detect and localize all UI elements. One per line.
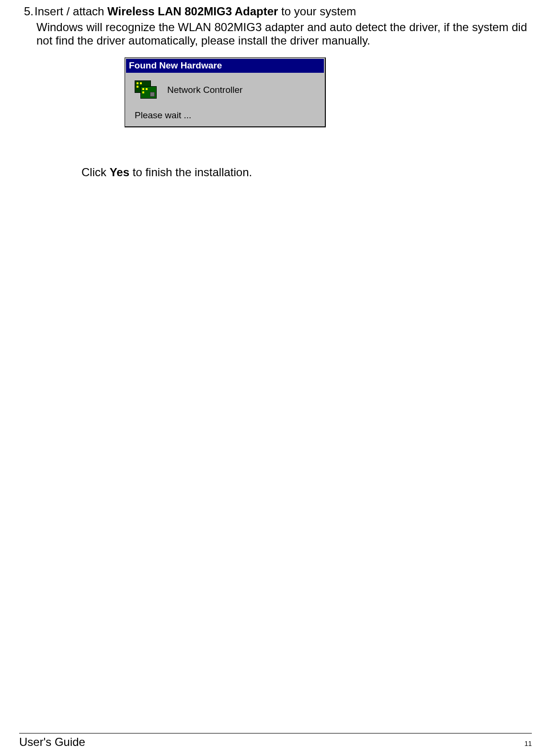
dialog-titlebar: Found New Hardware [126, 59, 324, 73]
click-yes-line: Click Yes to finish the installation. [81, 166, 532, 179]
yes-suffix: to finish the installation. [129, 166, 252, 179]
yes-prefix: Click [81, 166, 110, 179]
step-prefix: Insert / attach [34, 5, 107, 18]
step-number: 5. [24, 5, 34, 18]
step-suffix: to your system [278, 5, 356, 18]
footer-title: User's Guide [19, 735, 85, 749]
page-footer: User's Guide 11 [19, 733, 532, 749]
device-label: Network Controller [167, 85, 242, 95]
dialog-screenshot: Found New Hardware Network Controller Pl… [125, 57, 532, 127]
yes-bold: Yes [110, 166, 129, 179]
footer-rule [19, 733, 532, 733]
footer-row: User's Guide 11 [19, 735, 532, 749]
found-new-hardware-dialog: Found New Hardware Network Controller Pl… [125, 57, 326, 127]
body-paragraph: Windows will recognize the WLAN 802MIG3 … [36, 21, 527, 47]
please-wait-label: Please wait ... [135, 110, 314, 121]
dialog-body: Network Controller Please wait ... [126, 73, 324, 125]
page-number: 11 [524, 740, 532, 747]
step-line: 5.Insert / attach Wireless LAN 802MIG3 A… [24, 5, 532, 18]
step-product: Wireless LAN 802MIG3 Adapter [107, 5, 278, 18]
hardware-card-icon [135, 80, 157, 100]
dialog-row: Network Controller [135, 80, 314, 100]
